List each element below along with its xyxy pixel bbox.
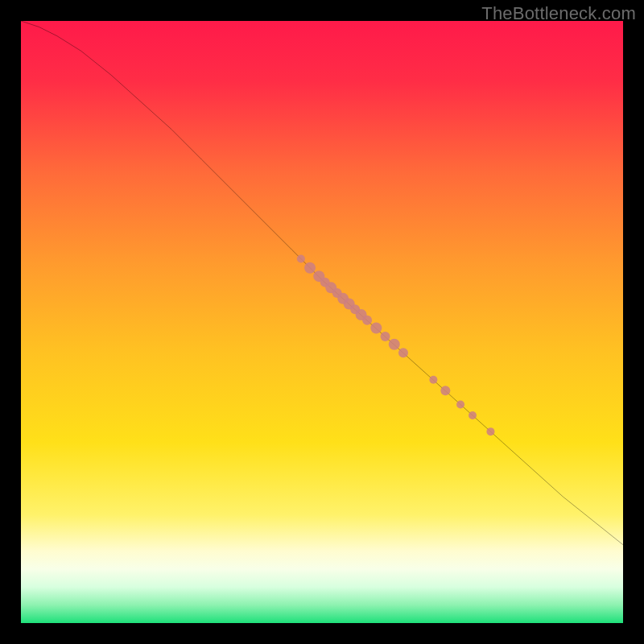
- data-point: [362, 316, 372, 325]
- data-point: [456, 400, 464, 408]
- data-point: [304, 262, 316, 274]
- data-point: [440, 386, 450, 395]
- curve-layer: [21, 21, 623, 623]
- data-point: [486, 427, 494, 436]
- data-point: [389, 339, 400, 350]
- data-point: [429, 376, 437, 384]
- data-point: [469, 411, 477, 419]
- data-point: [297, 254, 305, 262]
- data-point: [381, 332, 390, 341]
- watermark-label: TheBottleneck.com: [481, 3, 636, 24]
- data-point: [398, 348, 408, 357]
- plot-area: [21, 21, 623, 623]
- chart-frame: TheBottleneck.com: [0, 0, 644, 644]
- data-point: [370, 322, 382, 333]
